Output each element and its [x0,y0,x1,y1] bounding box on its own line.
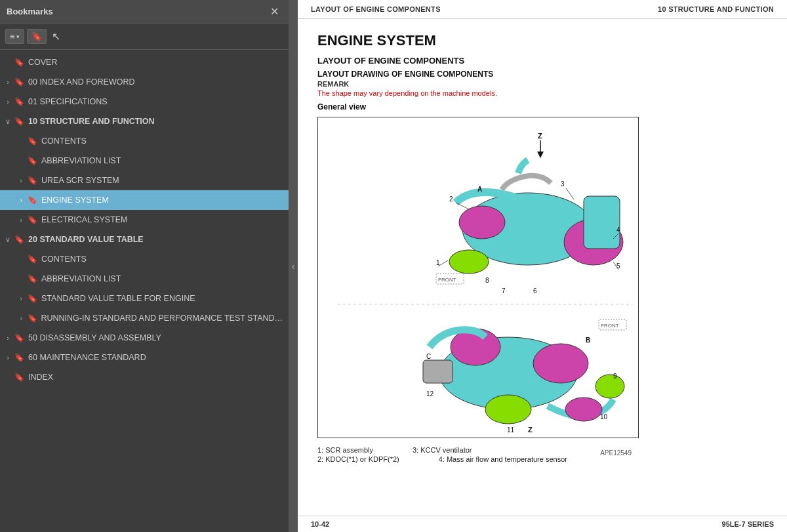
bookmark-item-60-maintenance[interactable]: ›🔖60 MAINTENANCE STANDARD [0,348,289,367]
menu-dropdown-arrow: ▾ [16,33,20,40]
doc-footer-left: 10-42 [311,520,329,528]
bookmark-icon-10-urea: 🔖 [28,176,37,185]
bookmark-label-20-abbrev: ABBREVIATION LIST [41,274,121,283]
bookmark-label-index: INDEX [28,373,53,382]
document-panel: LAYOUT OF ENGINE COMPONENTS 10 STRUCTURE… [298,0,787,532]
svg-text:10: 10 [600,413,608,420]
bookmark-item-20-abbrev[interactable]: 🔖ABBREVIATION LIST [0,269,289,289]
bookmark-label-20-svt-engine: STANDARD VALUE TABLE FOR ENGINE [41,294,195,303]
bookmark-icon-20-contents: 🔖 [28,255,37,264]
svg-text:C: C [426,353,431,360]
svg-text:12: 12 [426,390,434,398]
svg-text:2: 2 [449,195,453,203]
expand-icon-10-electrical[interactable]: › [16,216,26,224]
bookmark-label-00-index: 00 INDEX AND FOREWORD [28,77,135,87]
bookmark-label-10-engine: ENGINE SYSTEM [41,195,109,205]
svg-text:5: 5 [616,262,620,270]
doc-remark-text: The shape may vary depending on the mach… [317,89,767,97]
bookmark-item-10-abbrev[interactable]: 🔖ABBREVIATION LIST [0,151,289,171]
bookmark-item-20-contents[interactable]: 🔖CONTENTS [0,249,289,269]
bookmarks-header: Bookmarks ✕ [0,0,289,24]
svg-point-25 [565,398,602,421]
doc-section-title: LAYOUT OF ENGINE COMPONENTS [317,56,767,66]
bookmark-item-10-struct[interactable]: ∨🔖10 STRUCTURE AND FUNCTION [0,112,289,131]
bookmark-icon-20-running: 🔖 [28,314,37,323]
bookmark-label-10-abbrev: ABBREVIATION LIST [41,156,121,165]
bookmark-icon-cover: 🔖 [14,58,24,67]
menu-button[interactable]: ≡ ▾ [5,29,24,44]
bookmark-item-10-electrical[interactable]: ›🔖ELECTRICAL SYSTEM [0,210,289,230]
expand-icon-10-urea[interactable]: › [16,176,26,184]
bookmark-item-cover[interactable]: 🔖COVER [0,52,289,72]
doc-remark-label: REMARK [317,80,767,88]
bookmark-label-10-electrical: ELECTRICAL SYSTEM [41,215,128,224]
bookmark-add-button[interactable]: 🔖 [27,29,47,44]
expand-icon-10-struct[interactable]: ∨ [3,117,13,126]
expand-icon-20-svt-engine[interactable]: › [16,295,26,302]
bookmark-icon-10-contents: 🔖 [28,136,37,146]
svg-point-5 [449,250,489,274]
bookmark-icon-50-disassembly: 🔖 [14,333,24,342]
svg-text:9: 9 [613,373,617,380]
bookmark-icon-10-abbrev: 🔖 [28,156,37,165]
doc-header-left: LAYOUT OF ENGINE COMPONENTS [311,5,441,13]
expand-icon-60-maintenance[interactable]: › [3,354,13,361]
svg-marker-2 [537,152,544,158]
collapse-arrow-icon: ‹ [292,261,295,272]
bookmark-icon-10-struct: 🔖 [14,117,24,126]
bookmark-item-20-standard[interactable]: ∨🔖20 STANDARD VALUE TABLE [0,230,289,249]
doc-footer: 10-42 95LE-7 SERIES [298,516,787,532]
svg-text:FRONT: FRONT [601,323,619,329]
close-button[interactable]: ✕ [267,5,282,18]
bookmark-label-20-running: RUNNING-IN STANDARD AND PERFORMANCE TEST… [41,314,284,323]
bookmark-icon-index: 🔖 [14,373,24,382]
bookmark-label-60-maintenance: 60 MAINTENANCE STANDARD [28,353,146,362]
svg-point-24 [595,375,624,398]
doc-content: ENGINE SYSTEM LAYOUT OF ENGINE COMPONENT… [298,19,787,478]
svg-text:A: A [477,186,482,193]
bookmarks-toolbar: ≡ ▾ 🔖 ↖ [0,24,289,50]
svg-text:7: 7 [502,287,506,295]
bookmark-add-icon: 🔖 [31,31,42,41]
bookmarks-title: Bookmarks [7,7,53,16]
bookmark-item-50-disassembly[interactable]: ›🔖50 DISASSEMBLY AND ASSEMBLY [0,328,289,348]
bookmark-item-10-contents[interactable]: 🔖CONTENTS [0,131,289,151]
bookmark-icon-60-maintenance: 🔖 [14,353,24,362]
svg-text:Z: Z [528,426,533,434]
bookmark-item-00-index[interactable]: ›🔖00 INDEX AND FOREWORD [0,72,289,92]
svg-text:3: 3 [561,180,565,188]
doc-main-title: ENGINE SYSTEM [317,32,767,49]
doc-header-right: 10 STRUCTURE AND FUNCTION [658,5,774,13]
expand-icon-20-standard[interactable]: ∨ [3,235,13,244]
bookmark-list: 🔖COVER›🔖00 INDEX AND FOREWORD›🔖01 SPECIF… [0,50,289,532]
menu-icon: ≡ [10,31,15,41]
svg-line-37 [566,188,574,199]
engine-diagram: Z 2 [317,117,639,438]
bookmark-item-20-running[interactable]: ›🔖RUNNING-IN STANDARD AND PERFORMANCE TE… [0,308,289,328]
bookmark-icon-10-electrical: 🔖 [28,215,37,224]
expand-icon-20-running[interactable]: › [16,314,26,322]
doc-footer-right: 95LE-7 SERIES [722,520,774,528]
expand-icon-01-spec[interactable]: › [3,98,13,106]
svg-text:11: 11 [507,426,515,434]
bookmark-icon-00-index: 🔖 [14,77,24,87]
svg-rect-23 [423,360,453,383]
bookmark-icon-20-standard: 🔖 [14,235,24,244]
bookmark-item-10-engine[interactable]: ›🔖ENGINE SYSTEM [0,190,289,210]
bookmark-label-20-contents: CONTENTS [41,255,87,264]
bookmark-item-10-urea[interactable]: ›🔖UREA SCR SYSTEM [0,171,289,190]
bookmark-label-cover: COVER [28,58,57,67]
bookmark-icon-20-abbrev: 🔖 [28,274,37,283]
bookmark-item-01-spec[interactable]: ›🔖01 SPECIFICATIONS [0,92,289,112]
expand-icon-10-engine[interactable]: › [16,196,26,204]
svg-text:B: B [586,337,590,344]
bookmark-item-index[interactable]: 🔖INDEX [0,367,289,387]
diagram-code: APE12549 [325,449,632,457]
bookmark-icon-20-svt-engine: 🔖 [28,294,37,303]
svg-text:4: 4 [616,226,620,234]
expand-icon-00-index[interactable]: › [3,78,13,86]
expand-icon-50-disassembly[interactable]: › [3,334,13,342]
bookmark-item-20-svt-engine[interactable]: ›🔖STANDARD VALUE TABLE FOR ENGINE [0,289,289,308]
doc-sub-title: LAYOUT DRAWING OF ENGINE COMPONENTS [317,70,767,79]
panel-divider[interactable]: ‹ [289,0,298,532]
